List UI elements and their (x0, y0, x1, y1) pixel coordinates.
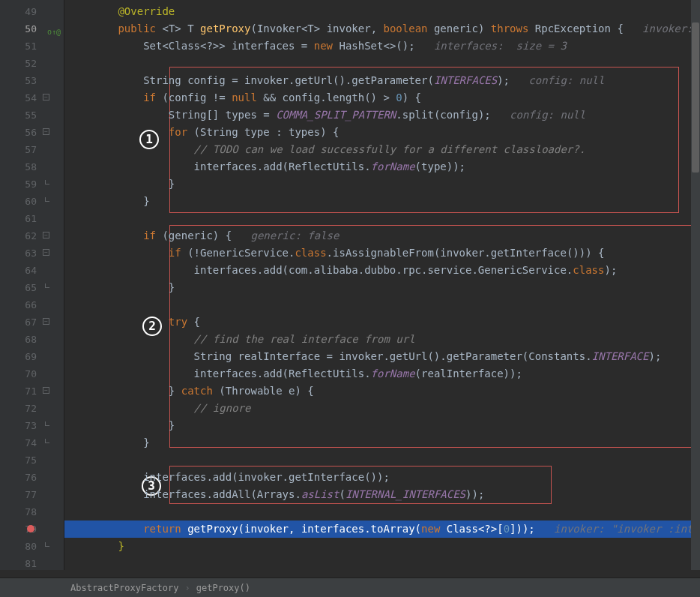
code-line[interactable]: } catch (Throwable e) { (64, 382, 700, 400)
code-line[interactable] (64, 503, 700, 520)
code-line[interactable]: String config = invoker.getUrl().getPara… (64, 72, 700, 89)
line-number[interactable]: 67− (0, 314, 64, 331)
line-number[interactable]: 62− (0, 227, 64, 244)
line-number[interactable]: 80 (0, 538, 64, 555)
fold-close-icon[interactable] (45, 422, 49, 426)
code-line[interactable]: } (64, 193, 700, 210)
line-number[interactable]: 54− (0, 89, 64, 106)
fold-expand-icon[interactable]: − (43, 387, 49, 394)
code-line[interactable]: try { (64, 314, 700, 331)
fold-expand-icon[interactable]: − (43, 232, 49, 238)
line-number[interactable]: 72 (0, 400, 64, 417)
code-line[interactable] (64, 55, 700, 72)
line-number[interactable]: 61 (0, 210, 64, 227)
code-editor: 4950o↑@51525354−5556−575859606162−63−646… (0, 0, 700, 570)
code-line[interactable]: String realInterface = invoker.getUrl().… (64, 348, 700, 365)
line-number[interactable]: 70 (0, 365, 64, 382)
line-number[interactable]: 58 (0, 158, 64, 176)
gutter: 4950o↑@51525354−5556−575859606162−63−646… (0, 0, 64, 570)
breadcrumb-bar: AbstractProxyFactory › getProxy() (0, 578, 700, 597)
line-number[interactable]: 81 (0, 555, 64, 572)
code-line[interactable]: if (generic) { generic: false (64, 227, 700, 244)
line-number[interactable]: 59 (0, 176, 64, 193)
line-number[interactable]: 64 (0, 262, 64, 279)
code-line[interactable]: } (64, 279, 700, 296)
code-line[interactable] (64, 210, 700, 227)
line-number[interactable]: 49 (0, 3, 64, 20)
fold-close-icon[interactable] (45, 439, 49, 443)
line-number[interactable]: 66 (0, 296, 64, 314)
breadcrumb-class[interactable]: AbstractProxyFactory (64, 583, 185, 593)
code-line[interactable]: // find the real interface from url (64, 331, 700, 348)
code-line[interactable]: } (64, 434, 700, 452)
code-line[interactable]: interfaces.add(invoker.getInterface()); (64, 469, 700, 486)
fold-expand-icon[interactable]: − (43, 318, 49, 325)
breadcrumb-method[interactable]: getProxy() (190, 583, 256, 593)
code-line[interactable]: @Override (64, 3, 700, 20)
line-number[interactable]: 73 (0, 417, 64, 434)
line-number[interactable]: 52 (0, 55, 64, 72)
code-line[interactable]: public <T> T getProxy(Invoker<T> invoker… (64, 20, 700, 38)
fold-expand-icon[interactable]: − (43, 94, 49, 100)
code-line[interactable]: if (config != null && config.length() > … (64, 89, 700, 106)
code-area[interactable]: 1 2 3 @Override public <T> T getProxy(In… (64, 0, 700, 570)
breadcrumb-method-label: getProxy() (196, 583, 250, 593)
line-number[interactable]: 76 (0, 469, 64, 486)
scrollbar-thumb[interactable] (692, 22, 699, 172)
line-number[interactable]: 53 (0, 72, 64, 89)
line-number[interactable]: 50o↑@ (0, 20, 64, 38)
code-line[interactable]: Set<Class<?>> interfaces = new HashSet<>… (64, 38, 700, 55)
code-line[interactable]: } (64, 417, 700, 434)
code-line[interactable]: interfaces.add(com.alibaba.dubbo.rpc.ser… (64, 262, 700, 279)
line-number[interactable]: 63− (0, 244, 64, 262)
fold-close-icon[interactable] (45, 180, 49, 184)
fold-expand-icon[interactable]: − (43, 128, 49, 135)
code-line[interactable]: } (64, 176, 700, 193)
code-line[interactable]: } (64, 538, 700, 555)
line-number[interactable]: 78 (0, 503, 64, 520)
code-line[interactable] (64, 452, 700, 469)
line-number[interactable]: 51 (0, 38, 64, 55)
line-number[interactable]: 71− (0, 382, 64, 400)
code-line[interactable]: interfaces.addAll(Arrays.asList(INTERNAL… (64, 486, 700, 503)
code-line[interactable]: interfaces.add(ReflectUtils.forName(type… (64, 158, 700, 176)
code-line[interactable]: return getProxy(invoker, interfaces.toAr… (64, 520, 700, 538)
line-number[interactable]: 68 (0, 331, 64, 348)
line-number[interactable]: 65 (0, 279, 64, 296)
fold-close-icon[interactable] (45, 197, 49, 202)
code-line[interactable]: for (String type : types) { (64, 124, 700, 141)
line-number[interactable]: 79 (0, 520, 64, 538)
fold-expand-icon[interactable]: − (43, 249, 49, 256)
code-line[interactable] (64, 555, 700, 572)
line-number[interactable]: 75 (0, 452, 64, 469)
line-number[interactable]: 55 (0, 106, 64, 124)
code-line[interactable] (64, 296, 700, 314)
breadcrumb-class-label: AbstractProxyFactory (70, 583, 179, 593)
breakpoint-icon[interactable] (27, 525, 34, 532)
line-number[interactable]: 57 (0, 141, 64, 158)
vertical-scrollbar[interactable] (691, 0, 700, 570)
code-line[interactable]: // ignore (64, 400, 700, 417)
code-line[interactable]: // TODO can we load successfully for a d… (64, 141, 700, 158)
line-number[interactable]: 56− (0, 124, 64, 141)
line-number[interactable]: 74 (0, 434, 64, 452)
fold-close-icon[interactable] (45, 542, 49, 547)
code-line[interactable]: if (!GenericService.class.isAssignableFr… (64, 244, 700, 262)
chevron-right-icon: › (185, 583, 190, 593)
code-line[interactable]: String[] types = COMMA_SPLIT_PATTERN.spl… (64, 106, 700, 124)
line-number[interactable]: 60 (0, 193, 64, 210)
line-number[interactable]: 69 (0, 348, 64, 365)
fold-close-icon[interactable] (45, 284, 49, 288)
code-line[interactable]: interfaces.add(ReflectUtils.forName(real… (64, 365, 700, 382)
line-number[interactable]: 77 (0, 486, 64, 503)
